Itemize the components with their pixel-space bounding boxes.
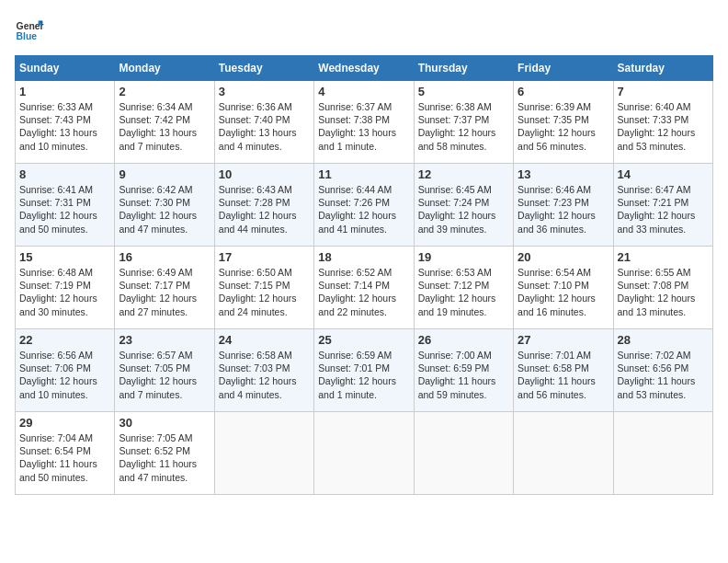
day-info: Sunrise: 6:49 AM Sunset: 7:17 PM Dayligh… [119, 266, 210, 318]
header-cell-wednesday: Wednesday [314, 56, 414, 81]
calendar-cell: 7 Sunrise: 6:40 AM Sunset: 7:33 PM Dayli… [613, 81, 712, 164]
day-info: Sunrise: 6:40 AM Sunset: 7:33 PM Dayligh… [618, 100, 709, 153]
day-number: 6 [518, 85, 609, 98]
calendar-cell: 15 Sunrise: 6:48 AM Sunset: 7:19 PM Dayl… [16, 247, 115, 329]
day-number: 17 [219, 250, 310, 264]
day-info: Sunrise: 6:46 AM Sunset: 7:23 PM Dayligh… [518, 183, 609, 236]
calendar-cell: 18 Sunrise: 6:52 AM Sunset: 7:14 PM Dayl… [314, 247, 414, 329]
day-number: 4 [318, 85, 409, 98]
day-number: 14 [618, 167, 709, 181]
calendar-cell [414, 412, 513, 495]
calendar-cell: 28 Sunrise: 7:02 AM Sunset: 6:56 PM Dayl… [613, 329, 712, 412]
calendar-cell: 27 Sunrise: 7:01 AM Sunset: 6:58 PM Dayl… [514, 329, 613, 412]
day-number: 26 [418, 333, 509, 347]
page-header: General Blue [15, 15, 713, 44]
calendar-cell: 30 Sunrise: 7:05 AM Sunset: 6:52 PM Dayl… [115, 412, 214, 495]
calendar-cell: 24 Sunrise: 6:58 AM Sunset: 7:03 PM Dayl… [214, 329, 313, 412]
day-number: 9 [119, 167, 210, 181]
day-info: Sunrise: 6:53 AM Sunset: 7:12 PM Dayligh… [418, 266, 509, 318]
day-number: 19 [418, 250, 509, 264]
day-info: Sunrise: 6:52 AM Sunset: 7:14 PM Dayligh… [318, 266, 409, 318]
day-number: 7 [618, 85, 709, 98]
calendar-cell: 21 Sunrise: 6:55 AM Sunset: 7:08 PM Dayl… [613, 247, 712, 329]
day-info: Sunrise: 6:59 AM Sunset: 7:01 PM Dayligh… [318, 349, 409, 401]
day-info: Sunrise: 6:57 AM Sunset: 7:05 PM Dayligh… [119, 349, 210, 401]
calendar-cell: 26 Sunrise: 7:00 AM Sunset: 6:59 PM Dayl… [414, 329, 513, 412]
day-info: Sunrise: 7:04 AM Sunset: 6:54 PM Dayligh… [19, 431, 110, 484]
day-number: 25 [318, 333, 409, 347]
day-info: Sunrise: 6:47 AM Sunset: 7:21 PM Dayligh… [618, 183, 709, 236]
calendar-cell: 20 Sunrise: 6:54 AM Sunset: 7:10 PM Dayl… [514, 247, 613, 329]
day-info: Sunrise: 7:01 AM Sunset: 6:58 PM Dayligh… [518, 349, 609, 401]
day-number: 28 [618, 333, 709, 347]
day-number: 11 [318, 167, 409, 181]
header-cell-tuesday: Tuesday [214, 56, 313, 81]
header-cell-saturday: Saturday [613, 56, 712, 81]
day-info: Sunrise: 6:48 AM Sunset: 7:19 PM Dayligh… [19, 266, 110, 318]
day-number: 15 [19, 250, 110, 264]
day-number: 12 [418, 167, 509, 181]
day-number: 3 [219, 85, 310, 98]
calendar-cell: 22 Sunrise: 6:56 AM Sunset: 7:06 PM Dayl… [16, 329, 115, 412]
logo-icon: General Blue [15, 15, 44, 44]
day-number: 20 [518, 250, 609, 264]
day-number: 5 [418, 85, 509, 98]
calendar-cell: 4 Sunrise: 6:37 AM Sunset: 7:38 PM Dayli… [314, 81, 414, 164]
day-info: Sunrise: 6:56 AM Sunset: 7:06 PM Dayligh… [19, 349, 110, 401]
day-info: Sunrise: 6:34 AM Sunset: 7:42 PM Dayligh… [119, 100, 210, 153]
day-info: Sunrise: 6:58 AM Sunset: 7:03 PM Dayligh… [219, 349, 310, 401]
calendar-week-row: 8 Sunrise: 6:41 AM Sunset: 7:31 PM Dayli… [16, 164, 713, 247]
calendar-cell [314, 412, 414, 495]
day-number: 24 [219, 333, 310, 347]
day-info: Sunrise: 6:50 AM Sunset: 7:15 PM Dayligh… [219, 266, 310, 318]
calendar-cell: 16 Sunrise: 6:49 AM Sunset: 7:17 PM Dayl… [115, 247, 214, 329]
day-number: 21 [618, 250, 709, 264]
header-cell-sunday: Sunday [16, 56, 115, 81]
day-number: 23 [119, 333, 210, 347]
header-cell-friday: Friday [514, 56, 613, 81]
calendar-cell: 19 Sunrise: 6:53 AM Sunset: 7:12 PM Dayl… [414, 247, 513, 329]
day-info: Sunrise: 6:39 AM Sunset: 7:35 PM Dayligh… [518, 100, 609, 153]
calendar-cell: 25 Sunrise: 6:59 AM Sunset: 7:01 PM Dayl… [314, 329, 414, 412]
day-number: 2 [119, 85, 210, 98]
calendar-week-row: 22 Sunrise: 6:56 AM Sunset: 7:06 PM Dayl… [16, 329, 713, 412]
calendar-cell: 13 Sunrise: 6:46 AM Sunset: 7:23 PM Dayl… [514, 164, 613, 247]
calendar-week-row: 15 Sunrise: 6:48 AM Sunset: 7:19 PM Dayl… [16, 247, 713, 329]
day-number: 16 [119, 250, 210, 264]
day-info: Sunrise: 6:38 AM Sunset: 7:37 PM Dayligh… [418, 100, 509, 153]
calendar-cell: 1 Sunrise: 6:33 AM Sunset: 7:43 PM Dayli… [16, 81, 115, 164]
calendar-header-row: SundayMondayTuesdayWednesdayThursdayFrid… [16, 56, 713, 81]
day-number: 10 [219, 167, 310, 181]
header-cell-monday: Monday [115, 56, 214, 81]
calendar-cell: 10 Sunrise: 6:43 AM Sunset: 7:28 PM Dayl… [214, 164, 313, 247]
calendar-cell: 3 Sunrise: 6:36 AM Sunset: 7:40 PM Dayli… [214, 81, 313, 164]
calendar-cell [514, 412, 613, 495]
day-number: 27 [518, 333, 609, 347]
day-number: 18 [318, 250, 409, 264]
day-number: 13 [518, 167, 609, 181]
calendar-week-row: 1 Sunrise: 6:33 AM Sunset: 7:43 PM Dayli… [16, 81, 713, 164]
day-info: Sunrise: 6:36 AM Sunset: 7:40 PM Dayligh… [219, 100, 310, 153]
calendar-cell: 9 Sunrise: 6:42 AM Sunset: 7:30 PM Dayli… [115, 164, 214, 247]
day-info: Sunrise: 6:44 AM Sunset: 7:26 PM Dayligh… [318, 183, 409, 236]
calendar-cell: 17 Sunrise: 6:50 AM Sunset: 7:15 PM Dayl… [214, 247, 313, 329]
svg-text:Blue: Blue [17, 31, 38, 41]
calendar-cell [214, 412, 313, 495]
calendar-cell: 11 Sunrise: 6:44 AM Sunset: 7:26 PM Dayl… [314, 164, 414, 247]
logo: General Blue [15, 15, 44, 44]
day-number: 22 [19, 333, 110, 347]
day-info: Sunrise: 6:42 AM Sunset: 7:30 PM Dayligh… [119, 183, 210, 236]
calendar-cell: 5 Sunrise: 6:38 AM Sunset: 7:37 PM Dayli… [414, 81, 513, 164]
day-info: Sunrise: 6:45 AM Sunset: 7:24 PM Dayligh… [418, 183, 509, 236]
calendar-cell: 12 Sunrise: 6:45 AM Sunset: 7:24 PM Dayl… [414, 164, 513, 247]
day-info: Sunrise: 6:33 AM Sunset: 7:43 PM Dayligh… [19, 100, 110, 153]
day-number: 8 [19, 167, 110, 181]
day-info: Sunrise: 6:55 AM Sunset: 7:08 PM Dayligh… [618, 266, 709, 318]
calendar-cell [613, 412, 712, 495]
day-info: Sunrise: 7:02 AM Sunset: 6:56 PM Dayligh… [618, 349, 709, 401]
day-info: Sunrise: 7:05 AM Sunset: 6:52 PM Dayligh… [119, 431, 210, 484]
calendar-cell: 8 Sunrise: 6:41 AM Sunset: 7:31 PM Dayli… [16, 164, 115, 247]
day-number: 29 [19, 416, 110, 430]
day-info: Sunrise: 6:41 AM Sunset: 7:31 PM Dayligh… [19, 183, 110, 236]
day-info: Sunrise: 7:00 AM Sunset: 6:59 PM Dayligh… [418, 349, 509, 401]
